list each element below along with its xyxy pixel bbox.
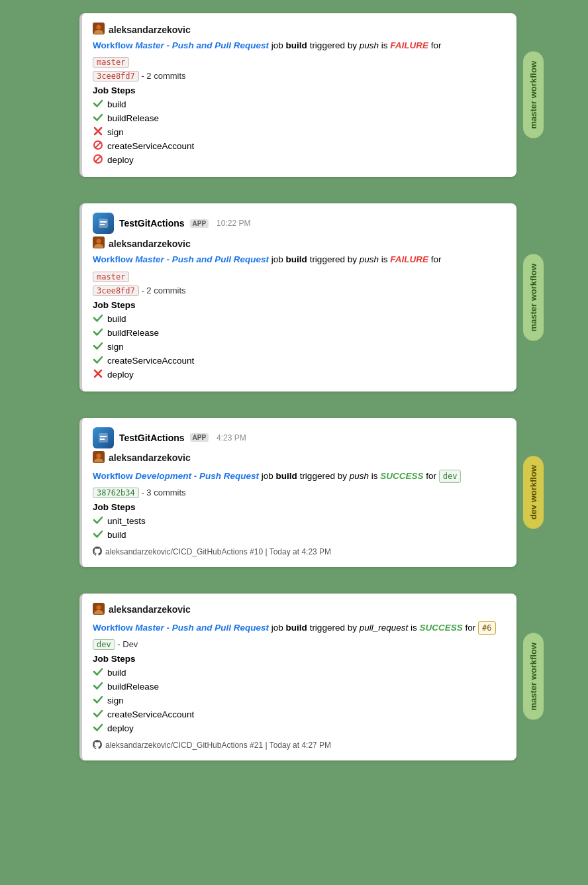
commit-count: - 2 commits <box>141 71 185 81</box>
sub-avatar <box>93 23 105 36</box>
card-3: aleksandarzekovic Workflow Master - Push… <box>79 594 516 760</box>
skipped-icon <box>93 154 103 166</box>
step-item-3: createServiceAccount <box>93 354 506 367</box>
step-item-0: build <box>93 313 506 325</box>
workflow-line: Workflow Development - Push Request job … <box>93 468 506 485</box>
workflow-for: for <box>466 623 479 633</box>
commit-count: - 2 commits <box>141 286 185 295</box>
workflow-for: for <box>431 40 442 50</box>
github-icon <box>93 547 102 558</box>
workflow-link[interactable]: Workflow Master - Push and Pull Request <box>93 254 269 264</box>
sidebar-label-1: master workflow <box>523 254 544 341</box>
workflow-triggered: triggered by <box>310 254 360 264</box>
step-item-4: deploy <box>93 722 506 735</box>
workflow-link[interactable]: Workflow Development - Push Request <box>93 471 259 481</box>
svg-line-5 <box>95 156 101 162</box>
workflow-job-name: build <box>276 471 297 481</box>
app-timestamp: 10:22 PM <box>217 219 250 228</box>
job-steps-title: Job Steps <box>93 85 506 95</box>
card-2: TestGitActions APP 4:23 PM aleksandarzek… <box>79 418 516 567</box>
step-name: build <box>107 530 126 540</box>
workflow-trigger-type: push <box>360 40 379 50</box>
checkmark-icon <box>93 515 103 527</box>
step-name: createServiceAccount <box>107 141 194 151</box>
checkmark-icon <box>93 327 103 339</box>
workflow-link[interactable]: Workflow Master - Push and Pull Request <box>93 623 269 633</box>
workflow-triggered: triggered by <box>310 623 360 633</box>
step-item-4: deploy <box>93 368 506 381</box>
workflow-for: for <box>431 254 442 264</box>
footer-link-text: aleksandarzekovic/CICD_GitHubActions #21… <box>105 741 331 750</box>
sub-user-row: aleksandarzekovic <box>93 451 506 465</box>
workflow-trigger-type: push <box>350 471 369 481</box>
checkmark-icon <box>93 354 103 367</box>
github-icon <box>93 740 102 751</box>
checkmark-icon <box>93 694 103 707</box>
workflow-job-label: job <box>271 40 286 50</box>
svg-line-3 <box>95 142 101 148</box>
workflow-job-label: job <box>271 254 286 264</box>
workflow-is: is <box>411 623 420 633</box>
checkmark-icon <box>93 722 103 735</box>
notification-group-2: TestGitActions APP 4:23 PM aleksandarzek… <box>13 418 575 567</box>
job-steps-title: Job Steps <box>93 502 506 512</box>
x-icon <box>93 126 103 138</box>
x-icon <box>93 368 103 381</box>
branch-line: master <box>93 270 506 284</box>
commit-count: - 3 commits <box>141 488 185 497</box>
commit-hash: 3cee8fd7 <box>93 71 139 81</box>
checkmark-icon <box>93 666 103 679</box>
workflow-status: FAILURE <box>390 40 428 50</box>
workflow-triggered: triggered by <box>310 40 360 50</box>
app-icon <box>93 427 114 448</box>
step-name: build <box>107 668 126 678</box>
step-item-1: buildRelease <box>93 680 506 693</box>
step-name: sign <box>107 127 124 137</box>
branch-line: master <box>93 55 506 70</box>
step-name: sign <box>107 696 124 705</box>
app-name: TestGitActions <box>119 433 185 443</box>
svg-rect-13 <box>100 439 105 440</box>
notification-group-3: aleksandarzekovic Workflow Master - Push… <box>13 594 575 760</box>
workflow-link[interactable]: Workflow Master - Push and Pull Request <box>93 40 269 50</box>
checkmark-icon <box>93 340 103 353</box>
footer-link[interactable]: aleksandarzekovic/CICD_GitHubActions #10… <box>93 547 506 558</box>
sidebar-label-3: master workflow <box>523 633 544 720</box>
workflow-job-name: build <box>286 254 307 264</box>
job-steps-title: Job Steps <box>93 654 506 664</box>
step-item-2: sign <box>93 694 506 707</box>
commit-line: dev - Dev <box>93 639 506 650</box>
workflow-line: Workflow Master - Push and Pull Request … <box>93 253 506 266</box>
sub-user-row: aleksandarzekovic <box>93 236 506 250</box>
app-badge: APP <box>190 433 209 442</box>
svg-rect-8 <box>100 224 105 225</box>
step-item-1: buildRelease <box>93 112 506 125</box>
card-app-header: TestGitActions APP 10:22 PM <box>93 213 506 234</box>
svg-rect-7 <box>100 221 107 223</box>
skipped-icon <box>93 140 103 152</box>
workflow-for: for <box>426 471 436 481</box>
pr-badge: #6 <box>478 621 495 635</box>
checkmark-icon <box>93 680 103 693</box>
footer-link[interactable]: aleksandarzekovic/CICD_GitHubActions #21… <box>93 740 506 751</box>
branch-badge: dev <box>93 639 115 650</box>
workflow-line: Workflow Master - Push and Pull Request … <box>93 39 506 52</box>
step-name: build <box>107 99 126 109</box>
sidebar-label-0: master workflow <box>523 52 544 138</box>
step-item-4: deploy <box>93 154 506 166</box>
card-app-header: TestGitActions APP 4:23 PM <box>93 427 506 448</box>
step-name: createServiceAccount <box>107 356 194 366</box>
card-0: aleksandarzekovic Workflow Master - Push… <box>79 13 516 177</box>
step-name: unit_tests <box>107 516 146 526</box>
sidebar-label-2: dev workflow <box>523 456 544 529</box>
checkmark-icon <box>93 98 103 111</box>
workflow-job-name: build <box>286 623 307 633</box>
step-name: deploy <box>107 155 134 165</box>
commit-hash: 3cee8fd7 <box>93 286 139 296</box>
sub-user-row: aleksandarzekovic <box>93 603 506 617</box>
workflow-trigger-type: pull_request <box>360 623 409 633</box>
workflow-trigger-type: push <box>360 254 379 264</box>
step-item-1: build <box>93 529 506 541</box>
workflow-is: is <box>371 471 381 481</box>
step-item-0: unit_tests <box>93 515 506 527</box>
